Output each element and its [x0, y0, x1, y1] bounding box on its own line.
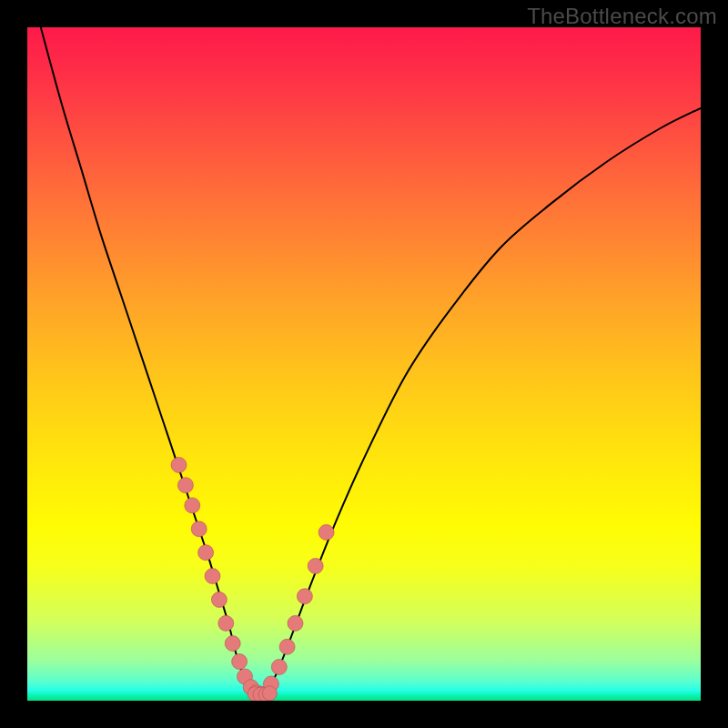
plot-area [27, 27, 701, 701]
data-dot [191, 521, 207, 537]
data-dot [205, 569, 220, 584]
data-dot [308, 559, 323, 574]
data-dot [262, 686, 277, 701]
data-dot [225, 636, 240, 652]
data-dot [297, 589, 312, 604]
data-dot [211, 592, 227, 608]
data-dot [318, 525, 334, 541]
data-dot [271, 660, 287, 675]
chart-svg [27, 27, 701, 701]
data-dot [185, 498, 200, 513]
data-dot [232, 654, 248, 670]
curve-path [41, 27, 701, 695]
data-dot [279, 639, 295, 654]
data-dot [288, 615, 303, 631]
data-dot [198, 545, 214, 561]
data-dots [171, 458, 334, 702]
bottleneck-curve [41, 27, 701, 695]
data-dot [171, 458, 187, 473]
watermark-text: TheBottleneck.com [527, 4, 717, 29]
outer-frame: TheBottleneck.com [0, 0, 728, 728]
data-dot [218, 615, 234, 631]
data-dot [177, 478, 193, 493]
